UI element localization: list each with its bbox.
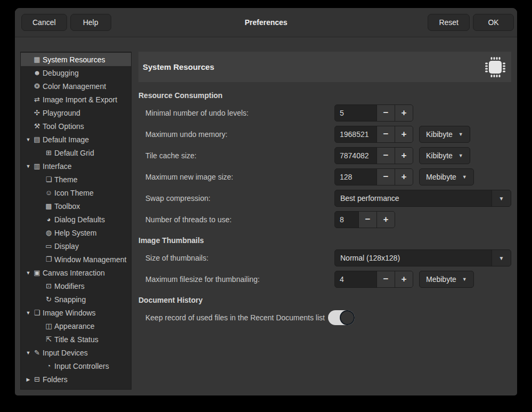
toggle-knob	[340, 310, 355, 325]
minus-icon[interactable]: −	[358, 212, 377, 228]
minus-icon[interactable]: −	[377, 169, 395, 185]
minus-icon[interactable]: −	[377, 105, 395, 121]
sidebar-item-label: Modifiers	[54, 282, 85, 290]
sidebar-item-image-import-export[interactable]: ⇄Image Import & Export	[21, 93, 131, 106]
setting-label: Swap compression:	[145, 194, 334, 203]
help-button[interactable]: Help	[70, 14, 111, 31]
unit-dropdown-value: Mebibyte	[426, 173, 456, 181]
dropdown-arrow-icon: ▼	[459, 132, 463, 137]
keep-record-of-used-files-in-the-recent--toggle[interactable]	[328, 310, 355, 325]
color-circles-icon: ❂	[32, 82, 42, 90]
tile-cache-size-input[interactable]: 7874082	[335, 148, 377, 164]
minus-icon[interactable]: −	[377, 148, 395, 164]
sidebar-item-color-management[interactable]: ❂Color Management	[21, 79, 131, 93]
dialog-content: ▦System Resources☻Debugging❂Color Manage…	[15, 38, 517, 395]
sidebar-item-appearance[interactable]: ◫Appearance	[21, 319, 131, 333]
sidebar-item-modifiers[interactable]: ⊡Modifiers	[21, 279, 131, 293]
maximum-undo-memory-unit-dropdown[interactable]: Kibibyte▼	[419, 126, 470, 143]
minimal-number-of-undo-levels-spinbox: 5−+	[334, 104, 413, 122]
setting-label: Minimal number of undo levels:	[145, 109, 334, 117]
size-of-thumbnails-dropdown[interactable]: Normal (128x128)▼	[334, 249, 511, 266]
plus-icon[interactable]: +	[395, 271, 413, 287]
sidebar-item-interface[interactable]: ▼▥Interface	[21, 159, 131, 173]
plus-icon[interactable]: +	[395, 148, 413, 164]
expander-expanded-icon[interactable]: ▼	[24, 310, 32, 316]
sidebar-item-dialog-defaults[interactable]: ◕Dialog Defaults	[21, 213, 131, 226]
sidebar-item-label: Toolbox	[54, 202, 80, 211]
sidebar-item-label: Title & Status	[54, 335, 99, 344]
dropdown-arrow-icon: ▼	[462, 174, 467, 180]
maximum-new-image-size-input[interactable]: 128	[335, 169, 377, 185]
sidebar-item-help-system[interactable]: ◍Help System	[21, 226, 131, 239]
sidebar-item-label: Playground	[43, 109, 80, 117]
number-of-threads-to-use-input[interactable]: 8	[335, 212, 358, 228]
tile-cache-size-spinbox: 7874082−+	[334, 147, 413, 164]
maximum-undo-memory-spinbox: 1968521−+	[334, 126, 413, 143]
sidebar-item-label: Dialog Defaults	[54, 215, 105, 224]
cancel-button[interactable]: Cancel	[21, 14, 67, 31]
plus-icon[interactable]: +	[377, 212, 395, 228]
setting-row-size-of-thumbnails: Size of thumbnails:Normal (128x128)▼	[138, 249, 511, 266]
chip-icon: ▦	[32, 55, 42, 63]
sidebar-item-label: Default Image	[43, 135, 89, 144]
setting-label: Number of threads to use:	[145, 215, 334, 224]
sidebar-item-snapping[interactable]: ↻Snapping	[21, 293, 131, 306]
maximum-filesize-for-thumbnailing-input[interactable]: 4	[335, 271, 377, 287]
sidebar-item-icon-theme[interactable]: ☺Icon Theme	[21, 186, 131, 199]
sidebar-item-image-windows[interactable]: ▼❑Image Windows	[21, 306, 131, 319]
sidebar-item-tool-options[interactable]: ⚒Tool Options	[21, 119, 131, 133]
expander-collapsed-icon[interactable]: ▶	[24, 377, 32, 382]
sidebar-item-debugging[interactable]: ☻Debugging	[21, 66, 131, 79]
sidebar-item-label: Image Windows	[43, 309, 96, 317]
ok-button[interactable]: OK	[473, 14, 514, 31]
maximum-new-image-size-unit-dropdown[interactable]: Mebibyte▼	[419, 168, 474, 185]
expander-expanded-icon[interactable]: ▼	[24, 164, 32, 169]
reset-button[interactable]: Reset	[428, 14, 470, 31]
dropdown-arrow-icon: ▼	[499, 255, 504, 261]
minimal-number-of-undo-levels-input[interactable]: 5	[335, 105, 377, 121]
expander-expanded-icon[interactable]: ▼	[24, 137, 32, 142]
plus-icon[interactable]: +	[395, 169, 413, 185]
minus-icon[interactable]: −	[377, 271, 395, 287]
unit-dropdown-value: Kibibyte	[426, 130, 453, 139]
plus-icon[interactable]: +	[395, 105, 413, 121]
sidebar-item-display[interactable]: ▭Display	[21, 239, 131, 253]
maximum-filesize-for-thumbnailing-unit-dropdown[interactable]: Mebibyte▼	[419, 271, 474, 288]
dropdown-arrow-button[interactable]: ▼	[492, 190, 511, 206]
sidebar-item-label: Input Devices	[43, 349, 88, 357]
setting-row-swap-compression: Swap compression:Best performance▼	[138, 190, 511, 207]
theme-icon: ❏	[44, 175, 53, 183]
sidebar-item-system-resources[interactable]: ▦System Resources	[21, 53, 131, 66]
expander-expanded-icon[interactable]: ▼	[24, 350, 32, 356]
sidebar-item-title-status[interactable]: ⇱Title & Status	[21, 333, 131, 346]
maximum-undo-memory-input[interactable]: 1968521	[335, 126, 377, 142]
unit-dropdown-value: Mebibyte	[426, 275, 456, 284]
swap-compression-dropdown[interactable]: Best performance▼	[334, 190, 511, 207]
sidebar-item-default-grid[interactable]: ⊞Default Grid	[21, 146, 131, 159]
sidebar-item-default-image[interactable]: ▼▤Default Image	[21, 133, 131, 146]
sidebar-item-toolbox[interactable]: ▩Toolbox	[21, 199, 131, 213]
sidebar-item-playground[interactable]: ✣Playground	[21, 106, 131, 119]
sidebar-item-label: Tool Options	[43, 122, 84, 131]
sidebar-item-canvas-interaction[interactable]: ▼▣Canvas Interaction	[21, 266, 131, 279]
tile-cache-size-unit-dropdown[interactable]: Kibibyte▼	[419, 147, 470, 164]
sidebar-item-window-management[interactable]: ❐Window Management	[21, 253, 131, 266]
sidebar-item-input-controllers[interactable]: ◔Input Controllers	[21, 359, 131, 373]
preferences-category-tree: ▦System Resources☻Debugging❂Color Manage…	[20, 52, 132, 390]
sidebar-item-input-devices[interactable]: ▼✎Input Devices	[21, 346, 131, 359]
setting-label: Maximum undo memory:	[145, 130, 334, 139]
sidebar-item-folders[interactable]: ▶⊟Folders	[21, 373, 131, 386]
expander-expanded-icon[interactable]: ▼	[24, 270, 32, 276]
dropdown-arrow-button[interactable]: ▼	[492, 250, 511, 266]
snapping-icon: ↻	[44, 295, 53, 303]
dialog-defaults-icon: ◕	[44, 215, 53, 223]
plus-icon[interactable]: +	[395, 126, 413, 142]
sidebar-item-theme[interactable]: ❏Theme	[21, 173, 131, 186]
titlebar: Cancel Help Preferences Reset OK	[15, 8, 517, 37]
wilber-icon: ☻	[32, 69, 42, 77]
minus-icon[interactable]: −	[377, 126, 395, 142]
dialog-title: Preferences	[244, 18, 287, 27]
dropdown-value: Normal (128x128)	[340, 254, 400, 262]
setting-row-maximum-new-image-size: Maximum new image size:128−+Mebibyte▼	[138, 168, 511, 185]
sidebar-item-label: Window Management	[54, 255, 126, 264]
